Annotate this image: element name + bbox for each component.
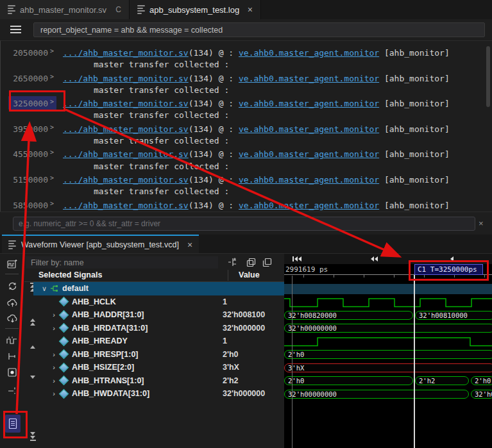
close-icon[interactable]: × [187,240,192,250]
signal-row-AHB_HWDATA[31:0][interactable]: ›AHB_HWDATA[31:0]32'h000000 [33,387,284,401]
tab-apb-subsystem-test-log[interactable]: apb_subsystem_test.log × [130,0,261,19]
waveform-window-icon[interactable] [5,258,19,270]
log-timestamp[interactable]: 5150000 [12,174,48,186]
log-timestamp[interactable]: 2650000 [12,73,48,85]
expand-icon[interactable]: ∨ [40,285,49,293]
signal-value: 2'h0 [223,350,239,359]
attribute-filter-row: × [0,212,492,235]
menu-icon[interactable] [10,26,21,33]
tab-ahb-master-monitor[interactable]: ahb_master_monitor.sv C [0,0,130,19]
ungroup-signals-icon[interactable] [261,256,273,268]
signal-row-AHB_HADDR[31:0][interactable]: ›AHB_HADDR[31:0]32'h008100 [33,308,284,322]
expand-entry-icon[interactable]: > [50,174,54,181]
scroll-to-bottom-icon[interactable] [28,432,37,441]
log-timestamp-cell[interactable]: 5850000> [8,198,56,212]
sync-icon[interactable] [5,279,19,292]
attribute-filter-input[interactable] [13,217,475,231]
source-file-link[interactable]: .../ahb_master_monitor.sv [63,149,189,159]
close-icon[interactable]: × [248,4,253,15]
group-signals-icon[interactable] [245,256,257,268]
scope-link[interactable]: ve.ahb0.master_agent.monitor [239,74,379,83]
log-timestamp[interactable]: 3950000 [12,124,48,135]
waveform-minimap[interactable] [284,254,492,264]
log-text: (134) @ : [189,175,239,185]
expand-entry-icon[interactable]: > [50,98,54,105]
step-back-icon[interactable] [450,256,454,261]
scope-link[interactable]: ve.ahb0.master_agent.monitor [239,201,379,210]
log-timestamp-cell[interactable]: 3950000> [8,122,56,135]
record-icon[interactable] [5,366,19,379]
expand-icon[interactable]: › [49,351,58,358]
log-timestamp-cell[interactable]: 5150000> [8,172,56,186]
expand-icon[interactable]: › [49,363,58,371]
log-text: (134) @ : [189,99,239,108]
expand-entry-icon[interactable]: > [50,149,54,156]
source-file-link[interactable]: .../ahb_master_monitor.sv [63,74,189,83]
source-file-link[interactable]: .../ahb_master_monitor.sv [63,48,189,58]
tab-waveform-viewer[interactable]: Waveform Viewer [apb_subsystem_test.vcd]… [2,235,199,253]
expand-entry-icon[interactable]: > [50,73,54,80]
go-to-start-icon[interactable] [293,256,301,261]
scope-link[interactable]: ve.ahb0.master_agent.monitor [239,99,379,108]
signal-filter-input[interactable] [26,256,218,269]
log-scrollbar[interactable] [486,46,490,107]
log-message: master transfer collected : [1,85,492,96]
waveform-canvas[interactable]: 2991619 ps C1 T=3250000ps 32'h0082000032… [284,254,492,448]
measure-icon[interactable] [5,350,19,363]
log-timestamp-cell[interactable]: 4550000> [8,147,56,160]
expand-icon[interactable]: › [49,324,58,332]
log-file-icon [8,240,17,249]
log-entry: 5850000>.../ahb_master_monitor.sv(134) @… [1,198,492,212]
signal-row-AHB_HCLK[interactable]: AHB_HCLK1 [33,295,284,309]
log-timestamp-cell[interactable]: 2650000> [8,71,56,85]
cloud-download-icon[interactable] [5,311,19,324]
log-filter-bar [0,19,492,40]
expand-entry-icon[interactable]: > [50,200,54,207]
signal-row-AHB_HRDATA[31:0][interactable]: ›AHB_HRDATA[31:0]32'h000000 [33,322,284,335]
log-file-icon [137,5,146,14]
clear-filter-icon[interactable]: × [479,219,484,228]
cloud-upload-icon[interactable] [5,296,19,309]
report-log-icon[interactable] [5,415,21,433]
expand-entry-icon[interactable]: > [50,124,54,131]
source-file-link[interactable]: .../ahb_master_monitor.sv [63,124,189,134]
header-value: Value [239,270,260,279]
signal-name: AHB_HCLK [72,297,116,306]
log-timestamp-cell[interactable]: 3250000> [8,96,56,110]
scope-link[interactable]: ve.ahb0.master_agent.monitor [239,175,379,185]
insert-signal-icon[interactable] [227,256,239,268]
signal-row-default[interactable]: ∨default [33,282,284,295]
wave-row-AHB_HREADY [284,335,492,349]
expand-icon[interactable]: › [49,390,58,397]
signal-row-AHB_HTRANS[1:0][interactable]: ›AHB_HTRANS[1:0]2'h2 [33,374,284,388]
bus-value-segment: 2'h2 [415,376,469,385]
pulse-wave-icon[interactable] [5,334,19,347]
scope-link[interactable]: ve.ahb0.master_agent.monitor [239,149,379,159]
fast-rewind-icon[interactable] [371,256,378,261]
wave-row-AHB_HRESP: 2'h0 [284,349,492,362]
source-file-link[interactable]: .../ahb_master_monitor.sv [63,175,189,185]
cursor-marker-icon[interactable] [5,384,19,397]
scope-link[interactable]: ve.ahb0.master_agent.monitor [239,48,379,58]
primary-cursor-line[interactable] [414,275,415,448]
secondary-cursor-line[interactable] [292,276,293,448]
expand-icon[interactable]: › [49,377,58,385]
expand-entry-icon[interactable]: > [50,47,54,54]
log-message: master transfer collected : [1,135,492,147]
expand-icon[interactable]: › [49,311,58,319]
log-timestamp[interactable]: 4550000 [12,149,48,160]
log-timestamp[interactable]: 5850000 [12,200,48,212]
scope-link[interactable]: ve.ahb0.master_agent.monitor [239,124,379,134]
signal-row-AHB_HREADY[interactable]: AHB_HREADY1 [33,335,284,348]
signal-row-AHB_HRESP[1:0][interactable]: ›AHB_HRESP[1:0]2'h0 [33,348,284,361]
log-viewer[interactable]: 2050000>.../ahb_master_monitor.sv(134) @… [0,40,492,212]
tab-label: apb_subsystem_test.log [149,5,239,15]
log-timestamp[interactable]: 2050000 [12,47,48,59]
source-file-link[interactable]: .../ahb_master_monitor.sv [63,99,189,108]
signal-row-AHB_HSIZE[2:0][interactable]: ›AHB_HSIZE[2:0]3'hX [33,361,284,374]
source-file-link[interactable]: .../ahb_master_monitor.sv [63,201,189,210]
log-timestamp[interactable]: 3250000 [12,98,48,110]
log-timestamp-cell[interactable]: 2050000> [8,46,56,59]
log-filter-input[interactable] [33,22,485,37]
wave-row-AHB_HRDATA: 32'h00000000 [284,322,492,336]
